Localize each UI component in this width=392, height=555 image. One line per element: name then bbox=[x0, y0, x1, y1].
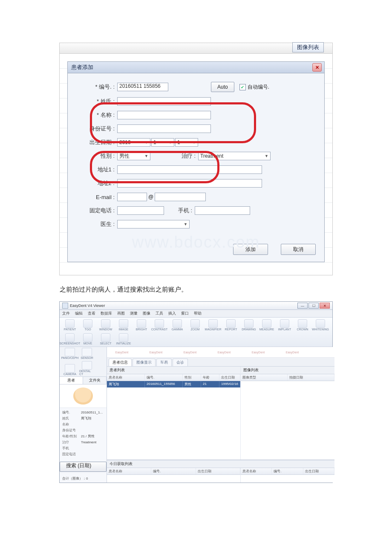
label-email: E-mail : bbox=[78, 194, 117, 200]
subbtn-0[interactable]: PANO/CEPH bbox=[62, 348, 78, 359]
select-day[interactable]: 1▼ bbox=[175, 138, 198, 147]
patient-row[interactable]: 周飞翔 20160511_155856 男性 21 1995/02/16 bbox=[107, 381, 240, 387]
input-addr2[interactable] bbox=[117, 179, 262, 188]
ctab-1[interactable]: 图像显示 bbox=[133, 358, 156, 366]
close-icon[interactable]: ✕ bbox=[312, 63, 322, 72]
toolbtn-report[interactable]: REPORT bbox=[223, 319, 239, 331]
toolbtn-patient[interactable]: PATIENT bbox=[62, 319, 78, 331]
thT-B2[interactable]: 出生日期 bbox=[303, 468, 334, 474]
toolbtn-implant[interactable]: IMPLANT bbox=[277, 319, 292, 331]
toolbtn-window[interactable]: WINDOW bbox=[98, 319, 113, 331]
menu-1[interactable]: 编辑 bbox=[75, 311, 83, 316]
label-id: * 编号. : bbox=[78, 83, 117, 91]
auto-number-checkbox[interactable]: ✔ 自动编号. bbox=[239, 84, 269, 91]
input-tel[interactable] bbox=[117, 206, 164, 215]
thumb-5[interactable]: EasyDent bbox=[282, 350, 303, 355]
info-id-v: 20160511_1... bbox=[81, 410, 103, 416]
toolbtn-magnifier[interactable]: MAGNIFIER bbox=[205, 319, 221, 331]
thA-3[interactable]: 年龄 bbox=[201, 374, 219, 381]
subbtn-2[interactable]: CAMERA bbox=[62, 364, 78, 376]
select-doctor[interactable]: ▼ bbox=[117, 220, 190, 228]
toolbtn-initialize[interactable]: INITIALIZE bbox=[116, 333, 131, 345]
menu-0[interactable]: 文件 bbox=[62, 311, 70, 316]
info-tr-k: 治疗 bbox=[62, 439, 81, 445]
tab-image-list[interactable]: 图像列表 bbox=[292, 42, 324, 52]
thT-A0[interactable]: 患者名称 bbox=[107, 468, 151, 474]
toolbtn-screenshot[interactable]: SCREENSHOT bbox=[62, 333, 78, 345]
thT-A1[interactable]: 编号. bbox=[151, 468, 196, 474]
subbtn-3[interactable]: DENTAL CT bbox=[79, 361, 95, 376]
ctab-2[interactable]: 车易 bbox=[156, 358, 172, 366]
thB-0[interactable]: 图像类型 bbox=[241, 374, 288, 381]
toolbtn-gamma[interactable]: GAMMA bbox=[170, 319, 185, 331]
thumb-2[interactable]: EasyDent bbox=[179, 350, 201, 355]
tool-label: TGO bbox=[84, 328, 91, 331]
toolbtn-bright[interactable]: BRIGHT bbox=[134, 319, 149, 331]
subbtn-1[interactable]: SENSOR bbox=[79, 348, 95, 359]
thumb-3[interactable]: EasyDent bbox=[213, 350, 235, 355]
search-date-button[interactable]: 搜索 (日期) bbox=[60, 462, 107, 472]
add-button[interactable]: 添加 bbox=[233, 244, 268, 255]
toolbtn-tgo[interactable]: TGO bbox=[80, 319, 95, 331]
cancel-button[interactable]: 取消 bbox=[281, 244, 316, 255]
toolbtn-whitening[interactable]: WHITENING bbox=[313, 319, 328, 331]
chevron-down-icon: ▼ bbox=[184, 222, 187, 226]
input-nid[interactable] bbox=[117, 124, 211, 133]
thA-2[interactable]: 性别 bbox=[183, 374, 201, 381]
menu-8[interactable]: 插入 bbox=[168, 311, 176, 316]
lp-tab-patient[interactable]: 患者 bbox=[60, 377, 83, 384]
input-lastname[interactable] bbox=[117, 97, 211, 106]
menu-10[interactable]: 帮助 bbox=[194, 311, 202, 316]
toolbtn-contrast[interactable]: CONTRAST bbox=[152, 319, 167, 331]
toolbtn-image[interactable]: IMAGE bbox=[116, 319, 131, 331]
subtool-label: SENSOR bbox=[81, 356, 93, 359]
menu-4[interactable]: 画图 bbox=[117, 311, 125, 316]
menu-7[interactable]: 工具 bbox=[156, 311, 163, 316]
tool-icon bbox=[316, 319, 325, 328]
toolbtn-select[interactable]: SELECT bbox=[98, 333, 113, 345]
toolbtn-measure[interactable]: MEASURE bbox=[259, 319, 274, 331]
close-icon[interactable]: ✕ bbox=[320, 303, 330, 309]
thT-A2[interactable]: 出生日期 bbox=[196, 468, 240, 474]
thumb-0[interactable]: EasyDent bbox=[111, 350, 133, 355]
menu-6[interactable]: 图像 bbox=[143, 311, 150, 316]
chevron-down-icon: ▼ bbox=[168, 140, 172, 145]
menu-3[interactable]: 数据库 bbox=[101, 311, 112, 316]
minimize-icon[interactable]: — bbox=[297, 303, 308, 309]
thB-1[interactable]: 拍摄日期 bbox=[288, 374, 334, 381]
thT-B0[interactable]: 患者名称 bbox=[241, 468, 272, 474]
input-firstname[interactable] bbox=[117, 111, 211, 119]
menu-5[interactable]: 测量 bbox=[130, 311, 138, 316]
ctab-0[interactable]: 患者信息 bbox=[109, 358, 132, 366]
thumb-1[interactable]: EasyDent bbox=[145, 350, 167, 355]
toolbtn-move[interactable]: MOVE bbox=[80, 333, 95, 345]
auto-button[interactable]: Auto bbox=[211, 82, 234, 92]
select-year[interactable]: 2016▼ bbox=[117, 138, 150, 147]
thA-4[interactable]: 出生日期 bbox=[219, 374, 240, 381]
ctab-3[interactable]: 会诊 bbox=[173, 358, 188, 366]
subtool-label: PANO/CEPH bbox=[61, 356, 79, 359]
tool-label: MEASURE bbox=[259, 328, 274, 331]
input-addr1[interactable] bbox=[117, 165, 262, 174]
lp-tab-folder[interactable]: 文件夹 bbox=[83, 377, 107, 384]
info-tr-v: Treatment bbox=[81, 439, 96, 445]
thumb-4[interactable]: EasyDent bbox=[248, 350, 269, 355]
input-mobile[interactable] bbox=[195, 206, 250, 215]
select-gender[interactable]: 男性▼ bbox=[117, 152, 150, 160]
input-email-domain[interactable] bbox=[155, 193, 206, 201]
input-email-local[interactable] bbox=[117, 193, 147, 201]
thA-0[interactable]: 患者名称 bbox=[107, 374, 145, 381]
toolbtn-zoom[interactable]: ZOOM bbox=[187, 319, 203, 331]
input-id[interactable]: 20160511 155856 bbox=[117, 83, 168, 91]
tool-icon bbox=[137, 319, 146, 328]
thA-1[interactable]: 编号. bbox=[145, 374, 183, 381]
menu-2[interactable]: 查看 bbox=[88, 311, 95, 316]
tool-icon bbox=[119, 333, 128, 342]
maximize-icon[interactable]: ☐ bbox=[308, 303, 319, 309]
menu-9[interactable]: 窗口 bbox=[181, 311, 189, 316]
thT-B1[interactable]: 编号. bbox=[272, 468, 303, 474]
toolbtn-crown[interactable]: CROWN bbox=[295, 319, 310, 331]
select-month[interactable]: 1▼ bbox=[151, 138, 174, 147]
select-treatment[interactable]: Treatment▼ bbox=[198, 152, 271, 160]
toolbtn-drawing[interactable]: DRAWING bbox=[241, 319, 257, 331]
